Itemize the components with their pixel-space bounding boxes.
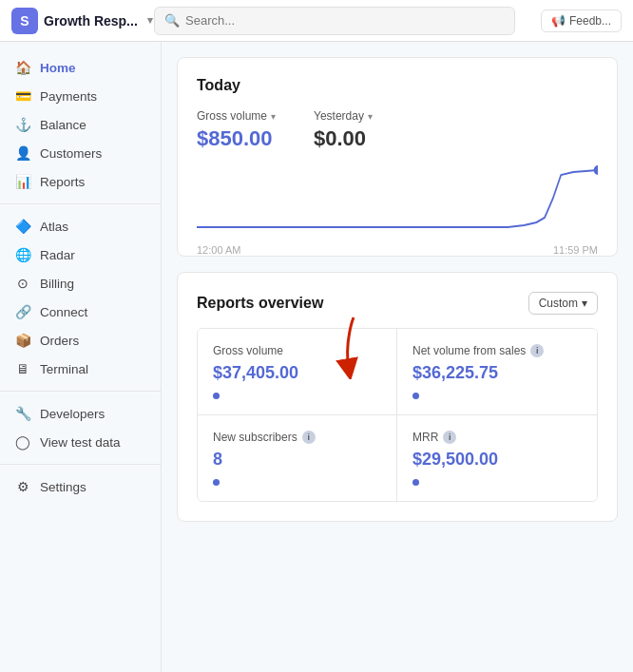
info-icon-3: i: [443, 431, 456, 444]
sidebar-item-label: Orders: [40, 334, 79, 348]
net-volume-value: $36,225.75: [412, 363, 582, 383]
gross-volume-dot: [213, 393, 220, 399]
chart-labels: 12:00 AM 11:59 PM: [197, 244, 598, 256]
gross-volume-value: $37,405.00: [213, 363, 381, 383]
sidebar-item-label: Balance: [40, 118, 86, 132]
today-card-title: Today: [197, 77, 598, 94]
sidebar-item-label: View test data: [40, 435, 121, 450]
sidebar-divider-3: [0, 464, 161, 465]
company-name: Growth Resp...: [44, 13, 138, 29]
gross-volume-label: Gross volume: [213, 344, 283, 357]
brand-logo[interactable]: S Growth Resp... ▾: [11, 8, 154, 34]
chart-start-label: 12:00 AM: [197, 244, 240, 256]
gross-volume-value: $850.00: [197, 126, 276, 151]
report-cell-gross-volume: Gross volume $37,405.00: [198, 329, 397, 415]
sidebar-item-atlas[interactable]: 🔷 Atlas: [0, 212, 161, 240]
mrr-label: MRR: [412, 431, 438, 444]
search-bar[interactable]: 🔍: [154, 7, 515, 35]
main-layout: 🏠 Home 💳 Payments ⚓ Balance 👤 Customers …: [0, 42, 633, 672]
customers-icon: 👤: [15, 145, 30, 161]
custom-btn-label: Custom: [539, 297, 578, 310]
custom-period-button[interactable]: Custom ▾: [528, 292, 598, 315]
radar-icon: 🌐: [15, 247, 30, 262]
chevron-down-icon-custom: ▾: [582, 297, 587, 310]
orders-icon: 📦: [15, 333, 30, 348]
reports-card-title: Reports overview: [197, 295, 323, 312]
sidebar: 🏠 Home 💳 Payments ⚓ Balance 👤 Customers …: [0, 42, 162, 672]
reports-card: Reports overview Custom ▾: [177, 272, 618, 522]
sidebar-item-label: Atlas: [40, 220, 68, 234]
chart-area: 12:00 AM 11:59 PM: [197, 161, 598, 237]
yesterday-value: $0.00: [314, 126, 373, 151]
sidebar-item-view-test-data[interactable]: ◯ View test data: [0, 428, 161, 456]
sidebar-divider: [0, 203, 161, 204]
sidebar-item-radar[interactable]: 🌐 Radar: [0, 240, 161, 269]
yesterday-label: Yesterday: [314, 109, 364, 123]
feedback-button[interactable]: 📢 Feedb...: [541, 10, 622, 32]
connect-icon: 🔗: [15, 304, 30, 319]
payments-icon: 💳: [15, 88, 30, 104]
search-icon: 🔍: [164, 13, 180, 28]
reports-grid: Gross volume $37,405.00 Net volume from …: [197, 328, 598, 502]
today-metrics: Gross volume ▾ $850.00 Yesterday ▾ $0.00: [197, 109, 598, 151]
today-card: Today Gross volume ▾ $850.00 Yesterday ▾…: [177, 57, 618, 257]
mrr-dot: [412, 479, 419, 486]
toggle-icon: ◯: [15, 434, 30, 450]
sidebar-item-orders[interactable]: 📦 Orders: [0, 326, 161, 355]
billing-icon: ⊙: [15, 276, 30, 291]
sidebar-item-payments[interactable]: 💳 Payments: [0, 82, 161, 110]
sidebar-item-developers[interactable]: 🔧 Developers: [0, 399, 161, 428]
sidebar-item-home[interactable]: 🏠 Home: [0, 53, 161, 82]
new-subscribers-label: New subscribers: [213, 431, 297, 444]
sidebar-item-label: Payments: [40, 89, 97, 104]
sidebar-item-label: Connect: [40, 305, 87, 319]
sidebar-item-connect[interactable]: 🔗 Connect: [0, 298, 161, 326]
sidebar-item-label: Developers: [40, 407, 105, 421]
report-cell-new-subscribers: New subscribers i 8: [198, 415, 397, 501]
sidebar-item-label: Reports: [40, 175, 85, 189]
chevron-down-icon: ▾: [271, 111, 276, 122]
svg-point-0: [594, 165, 598, 175]
atlas-icon: 🔷: [15, 219, 30, 234]
balance-icon: ⚓: [15, 117, 30, 132]
gross-volume-label: Gross volume: [197, 109, 267, 123]
sidebar-item-customers[interactable]: 👤 Customers: [0, 139, 161, 167]
developers-icon: 🔧: [15, 406, 30, 421]
sidebar-item-terminal[interactable]: 🖥 Terminal: [0, 355, 161, 383]
net-volume-label: Net volume from sales: [412, 344, 526, 357]
sidebar-item-reports[interactable]: 📊 Reports: [0, 167, 161, 196]
chart-svg: [197, 161, 598, 237]
report-cell-mrr: MRR i $29,500.00: [397, 415, 597, 501]
chevron-down-icon-2: ▾: [368, 111, 373, 122]
sidebar-item-settings[interactable]: ⚙ Settings: [0, 472, 161, 501]
new-subscribers-value: 8: [213, 450, 381, 470]
sidebar-item-label: Home: [40, 61, 76, 75]
sidebar-item-label: Settings: [40, 480, 86, 494]
logo-icon: S: [11, 8, 38, 34]
new-subscribers-dot: [213, 479, 220, 486]
net-volume-dot: [412, 393, 419, 399]
report-cell-net-volume: Net volume from sales i $36,225.75: [397, 329, 597, 415]
sidebar-item-label: Billing: [40, 277, 74, 291]
sidebar-divider-2: [0, 391, 161, 392]
gross-volume-metric: Gross volume ▾ $850.00: [197, 109, 276, 151]
sidebar-item-label: Radar: [40, 248, 75, 262]
info-icon-2: i: [302, 431, 316, 444]
topbar: S Growth Resp... ▾ 🔍 📢 Feedb...: [0, 0, 633, 42]
feedback-label: Feedb...: [569, 14, 611, 28]
search-input[interactable]: [185, 13, 505, 28]
chart-end-label: 11:59 PM: [553, 244, 598, 256]
sidebar-item-label: Customers: [40, 146, 102, 161]
reports-icon: 📊: [15, 174, 30, 189]
reports-header: Reports overview Custom ▾: [197, 292, 598, 315]
main-content: Today Gross volume ▾ $850.00 Yesterday ▾…: [162, 42, 633, 672]
megaphone-icon: 📢: [551, 14, 566, 28]
yesterday-metric: Yesterday ▾ $0.00: [314, 109, 373, 151]
info-icon: i: [530, 344, 544, 357]
sidebar-item-billing[interactable]: ⊙ Billing: [0, 269, 161, 298]
sidebar-item-label: Terminal: [40, 362, 88, 376]
home-icon: 🏠: [15, 60, 30, 75]
settings-icon: ⚙: [15, 479, 30, 494]
sidebar-item-balance[interactable]: ⚓ Balance: [0, 110, 161, 139]
chevron-down-icon: ▾: [147, 14, 153, 27]
